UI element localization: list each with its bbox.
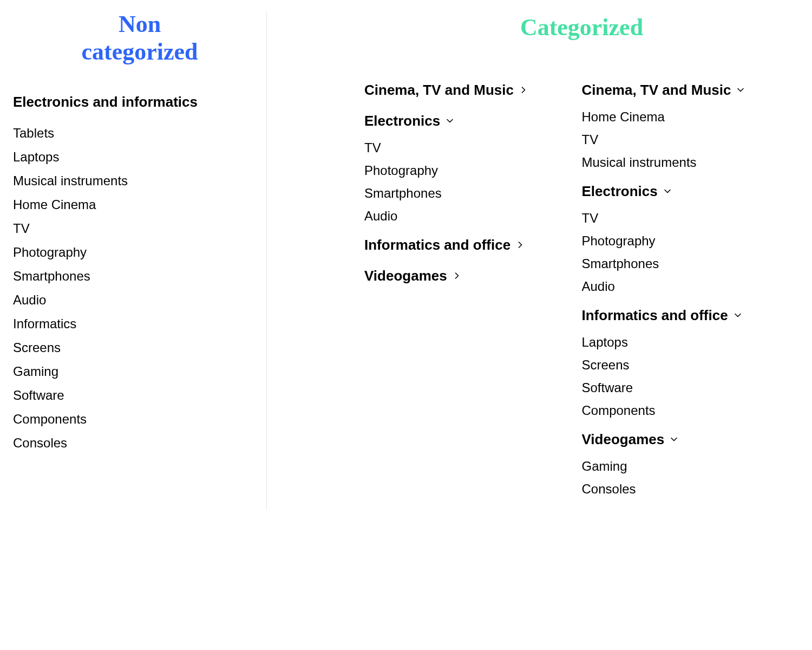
list-item[interactable]: Photography <box>364 164 582 177</box>
list-item[interactable]: Smartphones <box>364 187 582 200</box>
list-item[interactable]: Consoles <box>582 483 800 496</box>
category-title-text: Cinema, TV and Music <box>364 82 514 99</box>
category-items: LaptopsScreensSoftwareComponents <box>582 336 800 417</box>
chevron-right-icon <box>453 271 461 280</box>
category-header[interactable]: Electronics <box>364 113 582 129</box>
list-item[interactable]: Audio <box>364 210 582 223</box>
chevron-right-icon <box>519 86 528 94</box>
category-header[interactable]: Videogames <box>364 268 582 284</box>
list-item[interactable]: Photography <box>582 235 800 248</box>
noncat-list: TabletsLaptopsMusical instrumentsHome Ci… <box>13 127 266 450</box>
list-item[interactable]: Informatics <box>13 317 266 330</box>
list-item[interactable]: Software <box>582 381 800 394</box>
list-item[interactable]: Smartphones <box>582 257 800 270</box>
category-header[interactable]: Cinema, TV and Music <box>582 82 800 99</box>
category-title-text: Videogames <box>364 268 447 284</box>
category-title-text: Informatics and office <box>582 307 728 324</box>
list-item[interactable]: Musical instruments <box>13 174 266 187</box>
category-title-text: Videogames <box>582 431 665 448</box>
list-item[interactable]: Laptops <box>582 336 800 349</box>
list-item[interactable]: Laptops <box>13 151 266 164</box>
list-item[interactable]: Screens <box>582 359 800 372</box>
chevron-down-icon <box>663 187 672 196</box>
list-item[interactable]: TV <box>364 141 582 154</box>
category-group: ElectronicsTVPhotographySmartphonesAudio <box>582 183 800 293</box>
list-item[interactable]: Musical instruments <box>582 156 800 169</box>
category-header[interactable]: Videogames <box>582 431 800 448</box>
heading-line-2: categorized <box>82 38 198 65</box>
category-group: Informatics and officeLaptopsScreensSoft… <box>582 307 800 417</box>
chevron-down-icon <box>670 435 678 444</box>
category-title-text: Electronics <box>582 183 658 200</box>
category-title-text: Electronics <box>364 113 440 129</box>
noncat-section-title: Electronics and informatics <box>13 94 266 110</box>
category-items: Home CinemaTVMusical instruments <box>582 110 800 169</box>
list-item[interactable]: Home Cinema <box>13 198 266 211</box>
noncat-title-text: Electronics and informatics <box>13 94 198 110</box>
category-header[interactable]: Cinema, TV and Music <box>364 82 582 99</box>
list-item[interactable]: Audio <box>582 280 800 293</box>
list-item[interactable]: Components <box>13 413 266 426</box>
categorized-column-2: Cinema, TV and MusicHome CinemaTVMusical… <box>582 82 800 510</box>
list-item[interactable]: Home Cinema <box>582 110 800 123</box>
list-item[interactable]: Screens <box>13 341 266 354</box>
heading-line-1: Non <box>119 11 161 37</box>
category-group: Informatics and office <box>364 237 582 253</box>
list-item[interactable]: Software <box>13 389 266 402</box>
list-item[interactable]: Tablets <box>13 127 266 140</box>
category-header[interactable]: Informatics and office <box>364 237 582 253</box>
list-item[interactable]: Components <box>582 404 800 417</box>
list-item[interactable]: Gaming <box>582 460 800 473</box>
category-title-text: Informatics and office <box>364 237 510 253</box>
category-items: GamingConsoles <box>582 460 800 496</box>
list-item[interactable]: TV <box>582 133 800 146</box>
list-item[interactable]: Audio <box>13 294 266 307</box>
categorized-column-1: Cinema, TV and MusicElectronicsTVPhotogr… <box>364 82 582 510</box>
category-header[interactable]: Informatics and office <box>582 307 800 324</box>
chevron-right-icon <box>516 240 525 249</box>
list-item[interactable]: Consoles <box>13 437 266 450</box>
category-group: ElectronicsTVPhotographySmartphonesAudio <box>364 113 582 223</box>
category-items: TVPhotographySmartphonesAudio <box>582 212 800 293</box>
heading-non-categorized: Non categorized <box>13 11 266 66</box>
category-items: TVPhotographySmartphonesAudio <box>364 141 582 223</box>
chevron-down-icon <box>446 116 454 125</box>
category-header[interactable]: Electronics <box>582 183 800 200</box>
list-item[interactable]: Smartphones <box>13 270 266 283</box>
list-item[interactable]: Photography <box>13 246 266 259</box>
category-group: Cinema, TV and MusicHome CinemaTVMusical… <box>582 82 800 169</box>
category-title-text: Cinema, TV and Music <box>582 82 731 99</box>
category-group: Cinema, TV and Music <box>364 82 582 99</box>
list-item[interactable]: Gaming <box>13 365 266 378</box>
chevron-down-icon <box>736 86 745 94</box>
category-group: VideogamesGamingConsoles <box>582 431 800 496</box>
chevron-down-icon <box>734 311 742 320</box>
category-group: Videogames <box>364 268 582 284</box>
heading-categorized-text: Categorized <box>520 14 643 41</box>
heading-categorized: Categorized <box>364 14 799 42</box>
list-item[interactable]: TV <box>13 222 266 235</box>
list-item[interactable]: TV <box>582 212 800 225</box>
